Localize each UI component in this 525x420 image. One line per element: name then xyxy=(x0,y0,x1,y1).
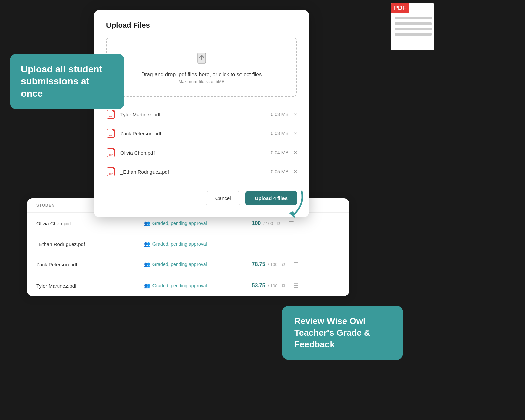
table-row-1[interactable]: _Ethan Rodriguez.pdf 👥 Graded, pending a… xyxy=(27,234,349,254)
file-remove-1[interactable]: × xyxy=(294,130,297,136)
file-item-2: Olivia Chen.pdf 0.04 MB × xyxy=(106,143,297,162)
grade-value-3: 53.75 xyxy=(252,283,265,289)
cancel-button[interactable]: Cancel xyxy=(206,191,241,205)
file-list: Tyler Martinez.pdf 0.03 MB × Zack Peters… xyxy=(106,105,297,181)
file-name-1: Zack Peterson.pdf xyxy=(120,131,271,136)
modal-title: Upload Files xyxy=(106,21,297,30)
status-icon-1: 👥 xyxy=(144,241,150,247)
student-grade-3: 53.75 / 100 ⧉ ☰ xyxy=(252,282,340,289)
table-row-2[interactable]: Zack Peterson.pdf 👥 Graded, pending appr… xyxy=(27,254,349,275)
student-grade-2: 78.75 / 100 ⧉ ☰ xyxy=(252,261,340,268)
copy-icon-3[interactable]: ⧉ xyxy=(282,283,285,289)
file-size-3: 0.05 MB xyxy=(271,169,289,174)
review-callout-text: Review Wise Owl Teacher's Grade & Feedba… xyxy=(294,316,370,349)
file-item-0: Tyler Martinez.pdf 0.03 MB × xyxy=(106,105,297,124)
file-item-1: Zack Peterson.pdf 0.03 MB × xyxy=(106,124,297,143)
svg-marker-3 xyxy=(289,211,295,218)
file-item-3: _Ethan Rodriguez.pdf 0.05 MB × xyxy=(106,162,297,181)
file-size-0: 0.03 MB xyxy=(271,112,289,117)
student-status-1: 👥 Graded, pending approval xyxy=(144,241,252,247)
dropzone-subtext: Maximum file size: 5MB xyxy=(114,79,290,84)
grade-value-2: 78.75 xyxy=(252,261,265,267)
pdf-badge: PDF xyxy=(391,3,409,13)
dropzone-text: Drag and drop .pdf files here, or click … xyxy=(114,72,290,78)
dropzone[interactable]: Drag and drop .pdf files here, or click … xyxy=(106,38,297,97)
pdf-line-2 xyxy=(395,22,432,25)
grade-total-3: / 100 xyxy=(268,283,278,288)
file-size-2: 0.04 MB xyxy=(271,150,289,155)
status-icon-0: 👥 xyxy=(144,220,150,226)
modal-actions: Cancel Upload 4 files xyxy=(106,191,297,205)
file-remove-2[interactable]: × xyxy=(294,150,297,156)
student-status-2: 👥 Graded, pending approval xyxy=(144,261,252,267)
file-pdf-icon-1 xyxy=(106,129,116,138)
file-size-1: 0.03 MB xyxy=(271,131,289,136)
list-icon-3[interactable]: ☰ xyxy=(293,282,299,289)
pdf-line-3 xyxy=(395,28,432,30)
review-callout: Review Wise Owl Teacher's Grade & Feedba… xyxy=(282,306,403,360)
grade-total-0: / 100 xyxy=(263,221,273,226)
upload-callout-text: Upload all student submissions at once xyxy=(21,64,102,99)
file-pdf-icon-3 xyxy=(106,167,116,176)
file-name-2: Olivia Chen.pdf xyxy=(120,150,271,156)
file-remove-0[interactable]: × xyxy=(294,111,297,117)
pdf-thumbnail: PDF xyxy=(391,3,434,50)
file-pdf-icon-2 xyxy=(106,148,116,157)
upload-callout: Upload all student submissions at once xyxy=(10,54,124,109)
pdf-lines xyxy=(395,17,432,38)
pdf-line-1 xyxy=(395,17,432,19)
table-row-3[interactable]: Tyler Martinez.pdf 👥 Graded, pending app… xyxy=(27,275,349,296)
file-name-0: Tyler Martinez.pdf xyxy=(120,112,271,117)
file-remove-3[interactable]: × xyxy=(294,169,297,175)
student-status-0: 👥 Graded, pending approval xyxy=(144,220,252,226)
file-pdf-icon-0 xyxy=(106,110,116,119)
student-name-3: Tyler Martinez.pdf xyxy=(36,283,144,289)
student-status-3: 👥 Graded, pending approval xyxy=(144,283,252,289)
upload-icon xyxy=(114,50,290,68)
file-name-3: _Ethan Rodriguez.pdf xyxy=(120,169,271,175)
arrow-container xyxy=(282,188,309,223)
list-icon-2[interactable]: ☰ xyxy=(293,261,299,268)
student-name-2: Zack Peterson.pdf xyxy=(36,262,144,267)
status-icon-3: 👥 xyxy=(144,283,150,289)
copy-icon-2[interactable]: ⧉ xyxy=(282,262,285,267)
copy-icon-0[interactable]: ⧉ xyxy=(277,221,280,226)
upload-modal: Upload Files Drag and drop .pdf files he… xyxy=(94,10,309,217)
arrow-icon xyxy=(282,188,309,222)
status-icon-2: 👥 xyxy=(144,261,150,267)
pdf-line-4 xyxy=(395,33,432,36)
student-name-0: Olivia Chen.pdf xyxy=(36,221,144,226)
student-name-1: _Ethan Rodriguez.pdf xyxy=(36,241,144,247)
grade-total-2: / 100 xyxy=(268,262,278,267)
grade-value-0: 100 xyxy=(252,220,261,226)
